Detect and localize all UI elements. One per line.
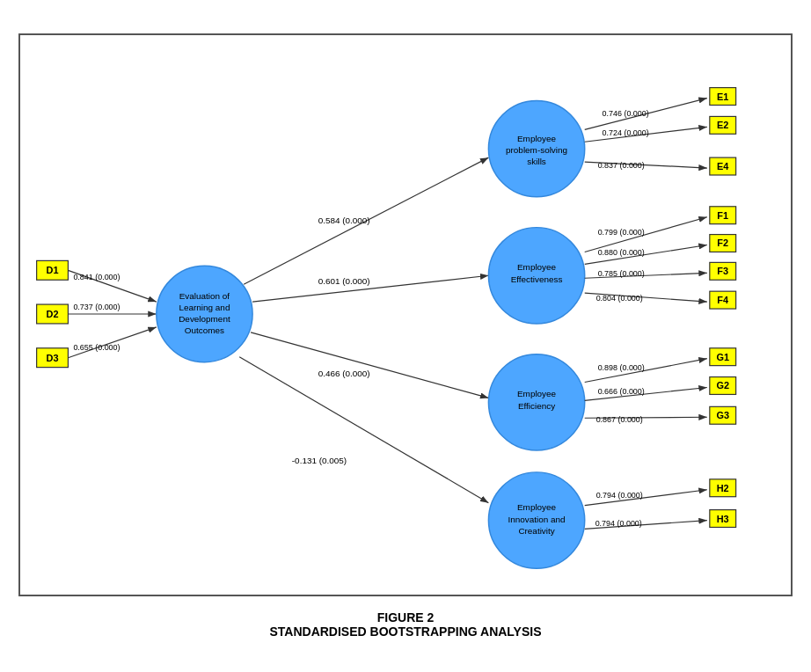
svg-text:0.737 (0.000): 0.737 (0.000) [73,303,120,311]
svg-text:Efficiency: Efficiency [518,401,555,411]
svg-text:0.898 (0.000): 0.898 (0.000) [598,363,645,372]
svg-text:G2: G2 [716,380,729,391]
svg-text:0.799 (0.000): 0.799 (0.000) [598,228,645,237]
svg-text:E2: E2 [717,120,728,130]
svg-text:skills: skills [527,157,546,166]
diagram-svg: D1 0.841 (0.000) D2 0.737 (0.000) D3 0.6… [20,35,791,595]
svg-text:Outcomes: Outcomes [185,325,224,335]
svg-text:H3: H3 [717,514,729,524]
svg-text:H2: H2 [717,483,729,493]
svg-text:0.804 (0.000): 0.804 (0.000) [596,294,643,303]
svg-text:0.466 (0.000): 0.466 (0.000) [318,369,370,378]
svg-text:D3: D3 [47,353,59,363]
svg-text:0.785 (0.000): 0.785 (0.000) [598,269,645,278]
svg-text:D1: D1 [47,265,59,275]
svg-text:0.837 (0.000): 0.837 (0.000) [598,161,645,170]
svg-text:Employee: Employee [517,389,557,398]
svg-line-24 [239,357,488,503]
svg-text:F4: F4 [717,295,729,305]
svg-text:0.666 (0.000): 0.666 (0.000) [598,387,645,396]
svg-line-22 [251,332,488,398]
svg-text:0.880 (0.000): 0.880 (0.000) [598,248,645,257]
svg-text:0.724 (0.000): 0.724 (0.000) [603,128,649,137]
svg-text:0.794 (0.000): 0.794 (0.000) [595,519,642,528]
svg-text:0.746 (0.000): 0.746 (0.000) [603,109,649,118]
svg-text:F3: F3 [717,266,728,276]
svg-text:-0.131 (0.005): -0.131 (0.005) [292,456,347,465]
svg-text:Employee: Employee [517,502,557,512]
svg-text:0.584 (0.000): 0.584 (0.000) [318,215,370,225]
svg-text:G3: G3 [716,410,729,420]
svg-text:0.655 (0.000): 0.655 (0.000) [73,343,120,352]
svg-text:E4: E4 [717,161,729,172]
svg-text:0.841 (0.000): 0.841 (0.000) [73,273,120,281]
svg-text:Evaluation of: Evaluation of [179,291,230,301]
outer-container: D1 0.841 (0.000) D2 0.737 (0.000) D3 0.6… [10,25,801,647]
figure-caption: FIGURE 2 STANDARDISED BOOTSTRAPPING ANAL… [269,610,541,639]
svg-text:F1: F1 [717,210,728,221]
diagram-border: D1 0.841 (0.000) D2 0.737 (0.000) D3 0.6… [18,33,793,596]
svg-text:Effectiveness: Effectiveness [511,274,563,284]
svg-text:Innovation and: Innovation and [508,515,566,524]
caption-line1: FIGURE 2 [269,610,541,625]
svg-text:G1: G1 [716,352,729,362]
svg-text:E1: E1 [717,91,728,102]
svg-text:0.867 (0.000): 0.867 (0.000) [596,415,643,424]
svg-text:Employee: Employee [517,262,557,272]
svg-text:F2: F2 [717,237,728,248]
svg-text:Employee: Employee [517,134,557,143]
svg-text:D2: D2 [47,309,59,319]
svg-text:Learning and: Learning and [179,303,230,312]
svg-text:Development: Development [179,314,230,324]
svg-text:0.601 (0.000): 0.601 (0.000) [318,276,370,286]
svg-text:Creativity: Creativity [518,526,554,536]
svg-text:0.794 (0.000): 0.794 (0.000) [596,491,643,500]
caption-line2: STANDARDISED BOOTSTRAPPING ANALYSIS [269,625,541,639]
svg-text:problem-solving: problem-solving [506,145,567,155]
svg-line-20 [252,275,488,302]
